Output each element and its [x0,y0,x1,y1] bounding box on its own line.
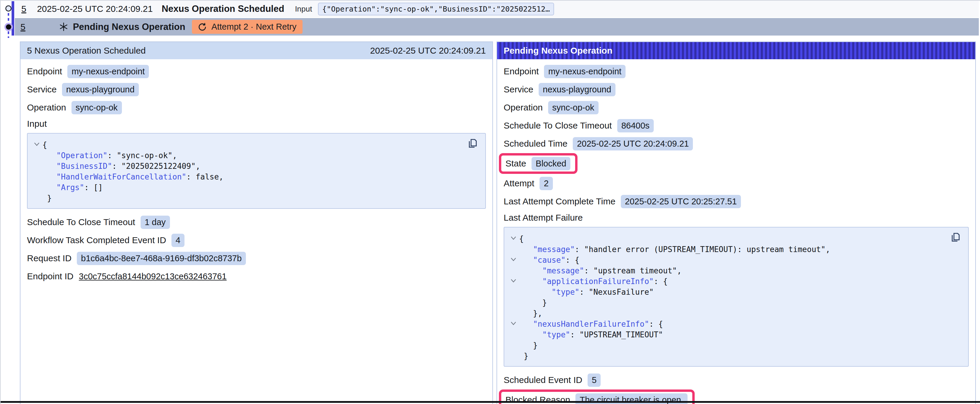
field-label: Schedule To Close Timeout [504,120,612,131]
pending-operation-header: Pending Nexus Operation [497,42,975,59]
pending-operation-panel: Pending Nexus Operation Endpoint my-nexu… [496,41,976,404]
pending-operation-row[interactable]: 5 Pending Nexus Operation Attempt 2 · Ne… [15,18,979,36]
event-input-label: Input [295,5,312,14]
field-operation: Operation sync-op-ok [27,101,486,114]
code-line-text: "message": "handler error (UPSTREAM_TIME… [519,244,830,255]
endpoint-id-link[interactable]: 3c0c75ccfa8144b092c13ce632463761 [79,272,227,281]
collapse-toggle[interactable] [508,255,519,265]
code-line-text: "type": "UPSTREAM_TIMEOUT" [519,330,663,340]
code-gutter [31,193,42,203]
code-line-text: }, [519,308,542,319]
code-gutter [508,287,519,297]
field-value-chip: my-nexus-endpoint [544,65,625,78]
field-service: Service nexus-playground [27,82,486,96]
field-value-chip: 5 [588,374,601,387]
collapse-chevron-icon [511,279,516,283]
code-gutter [508,340,519,351]
last-attempt-failure-label: Last Attempt Failure [504,213,969,223]
code-line-text: "nexusHandlerFailureInfo": { [519,319,663,330]
pending-event-id-link[interactable]: 5 [21,22,25,32]
field-value-chip: nexus-playground [62,83,139,96]
collapse-toggle[interactable] [508,233,519,244]
pending-asterisk-icon [59,22,68,32]
event-title: Nexus Operation Scheduled [162,3,284,14]
field-schedule-to-close-timeout: Schedule To Close Timeout 1 day [27,215,486,229]
field-service: Service nexus-playground [504,82,969,96]
code-gutter [31,161,42,171]
event-summary-row[interactable]: 5 2025-02-25 UTC 20:24:09.21 Nexus Opera… [15,1,979,17]
code-line-text: "HandlerWaitForCancellation": false, [42,171,224,182]
field-label: Scheduled Time [504,139,567,149]
event-id-link[interactable]: 5 [21,4,26,14]
timeline-open-circle-icon [5,5,11,11]
code-line-text: "type": "NexusFailure" [519,287,654,297]
field-value-chip: 86400s [617,119,654,132]
code-gutter [508,265,519,276]
code-gutter [508,351,519,361]
field-request-id: Request ID b1c6a4bc-8ee7-468a-9169-df3b0… [27,252,486,265]
field-label: Attempt [504,178,534,189]
field-value-chip: sync-op-ok [72,101,122,114]
code-gutter [31,150,42,161]
field-label: Operation [27,103,66,112]
field-value-chip: 2025-02-25 UTC 20:25:27.51 [621,195,741,208]
field-attempt: Attempt 2 [504,176,969,190]
field-endpoint-id: Endpoint ID 3c0c75ccfa8144b092c13ce63246… [27,269,486,283]
field-label: Endpoint [504,67,539,76]
state-value-chip: Blocked [531,157,570,170]
event-input-preview-chip[interactable]: {"Operation":"sync-op-ok","BusinessID":"… [318,3,554,16]
code-line-text: } [519,297,547,308]
code-gutter [31,171,42,182]
field-workflow-task-completed-event-id: Workflow Task Completed Event ID 4 [27,233,486,247]
copy-icon[interactable] [950,231,961,243]
event-detail-content: 5 Nexus Operation Scheduled 2025-02-25 U… [20,41,976,404]
pending-operation-title: Pending Nexus Operation [73,22,185,32]
collapse-chevron-icon [511,322,516,325]
copy-icon[interactable] [468,138,478,149]
retry-icon [198,22,207,32]
code-line-text: } [519,340,538,351]
field-label: Last Attempt Complete Time [504,196,616,206]
field-label: Operation [504,103,543,112]
field-value-chip: 4 [172,234,185,247]
code-gutter [508,308,519,319]
failure-code-block: { "message": "handler error (UPSTREAM_TI… [504,227,969,367]
code-line-text: "Args": [] [42,182,103,193]
workflow-history-event-view: 5 2025-02-25 UTC 20:24:09.21 Nexus Opera… [0,0,980,404]
collapse-chevron-icon [34,142,40,146]
field-label: Endpoint ID [27,271,73,281]
field-endpoint: Endpoint my-nexus-endpoint [27,65,486,78]
field-value-chip: sync-op-ok [548,101,598,114]
code-line-text: "cause": { [519,255,579,265]
collapse-toggle[interactable] [508,319,519,330]
field-value-chip: nexus-playground [539,83,616,96]
collapse-toggle[interactable] [31,139,42,150]
code-gutter [508,244,519,255]
field-label: Endpoint [27,67,62,76]
collapse-chevron-icon [511,257,516,261]
failure-json[interactable]: { "message": "handler error (UPSTREAM_TI… [508,233,961,361]
field-value-chip: 1 day [141,215,170,229]
input-code-block: { "Operation": "sync-op-ok", "BusinessID… [27,133,486,209]
retry-badge-label: Attempt 2 · Next Retry [212,22,297,32]
input-code-label: Input [27,119,486,129]
field-schedule-to-close-timeout: Schedule To Close Timeout 86400s [504,119,969,132]
field-value-chip: 2025-02-25 UTC 20:24:09.21 [573,137,693,151]
event-detail-header-title: 5 Nexus Operation Scheduled [27,46,146,56]
collapse-chevron-icon [511,236,516,240]
collapse-toggle[interactable] [508,276,519,287]
field-label: Request ID [27,253,72,263]
timeline-current-dot-icon [6,24,11,30]
input-json[interactable]: { "Operation": "sync-op-ok", "BusinessID… [31,139,478,203]
field-last-attempt-complete-time: Last Attempt Complete Time 2025-02-25 UT… [504,195,969,208]
code-line-text: "Operation": "sync-op-ok", [42,150,177,161]
pending-operation-header-title: Pending Nexus Operation [504,46,612,56]
event-detail-header-timestamp: 2025-02-25 UTC 20:24:09.21 [370,46,486,56]
field-scheduled-time: Scheduled Time 2025-02-25 UTC 20:24:09.2… [504,137,969,151]
code-gutter [508,330,519,340]
code-line-text: { [519,233,524,244]
field-scheduled-event-id: Scheduled Event ID 5 [504,373,969,387]
code-line-text: } [42,193,52,203]
field-operation: Operation sync-op-ok [504,101,969,114]
selected-event-accent-bar [11,1,14,36]
